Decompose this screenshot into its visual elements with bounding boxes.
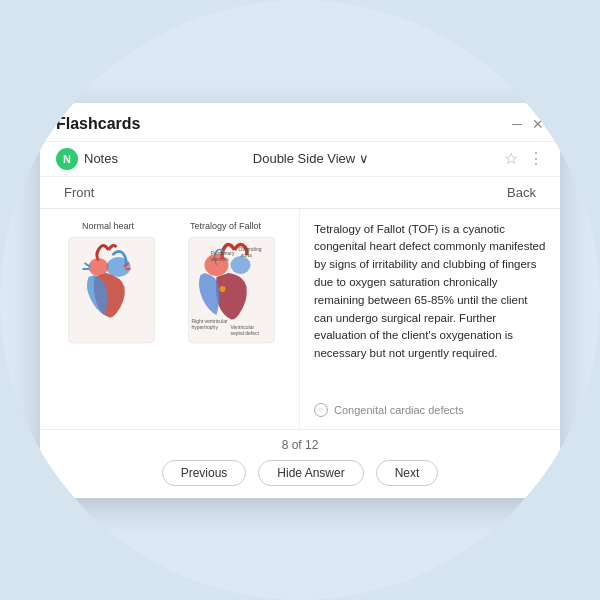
notes-avatar: N <box>56 148 78 170</box>
tab-front[interactable]: Front <box>56 181 102 208</box>
toolbar: N Notes Double Side View ∨ ☆ ⋮ <box>40 142 560 177</box>
svg-point-10 <box>220 286 226 292</box>
svg-text:stenosis: stenosis <box>211 256 230 262</box>
tetralogy-diagram: Right ventricular hypertrophy Ventricula… <box>184 235 279 345</box>
svg-point-2 <box>88 258 108 276</box>
tag-icon: ○ <box>314 403 328 417</box>
svg-text:hypertrophy: hypertrophy <box>192 324 219 330</box>
card-left: Normal heart Tetralogy of Fallot <box>40 209 300 429</box>
svg-point-8 <box>231 256 251 274</box>
next-button[interactable]: Next <box>376 460 439 486</box>
star-icon[interactable]: ☆ <box>504 149 518 168</box>
title-bar: Flashcards ─ ✕ <box>40 103 560 142</box>
view-label: Double Side View <box>253 151 355 166</box>
more-icon[interactable]: ⋮ <box>528 149 544 168</box>
card-right: Tetralogy of Fallot (TOF) is a cyanotic … <box>300 209 560 429</box>
close-button[interactable]: ✕ <box>532 116 544 132</box>
label-normal-heart: Normal heart <box>82 221 134 231</box>
footer: 8 of 12 Previous Hide Answer Next <box>40 429 560 498</box>
card-tag: ○ Congenital cardiac defects <box>314 403 546 417</box>
card-description: Tetralogy of Fallot (TOF) is a cyanotic … <box>314 221 546 364</box>
window-title: Flashcards <box>56 115 140 133</box>
notes-label: Notes <box>84 151 118 166</box>
svg-text:aorta: aorta <box>241 252 253 258</box>
svg-point-1 <box>106 257 130 277</box>
view-selector[interactable]: Double Side View ∨ <box>253 151 369 166</box>
hide-answer-button[interactable]: Hide Answer <box>258 460 363 486</box>
minimize-button[interactable]: ─ <box>512 116 522 132</box>
flashcard-window: Flashcards ─ ✕ N Notes Double Side View … <box>40 103 560 498</box>
label-tetralogy: Tetralogy of Fallot <box>190 221 261 231</box>
card-content: Normal heart Tetralogy of Fallot <box>40 209 560 429</box>
previous-button[interactable]: Previous <box>162 460 247 486</box>
notes-badge: N Notes <box>56 148 118 170</box>
tab-back[interactable]: Back <box>499 181 544 208</box>
title-bar-left: Flashcards <box>56 115 140 133</box>
chevron-down-icon: ∨ <box>359 151 369 166</box>
footer-buttons: Previous Hide Answer Next <box>162 460 439 486</box>
heart-labels: Normal heart Tetralogy of Fallot <box>54 221 289 231</box>
page-indicator: 8 of 12 <box>282 438 319 452</box>
normal-heart-diagram <box>64 235 159 345</box>
toolbar-actions: ☆ ⋮ <box>504 149 544 168</box>
hearts-container: Right ventricular hypertrophy Ventricula… <box>54 235 289 417</box>
svg-text:septal defect: septal defect <box>231 330 260 336</box>
title-bar-right: ─ ✕ <box>512 116 544 132</box>
tag-label: Congenital cardiac defects <box>334 404 464 416</box>
tabs-row: Front Back <box>40 177 560 209</box>
